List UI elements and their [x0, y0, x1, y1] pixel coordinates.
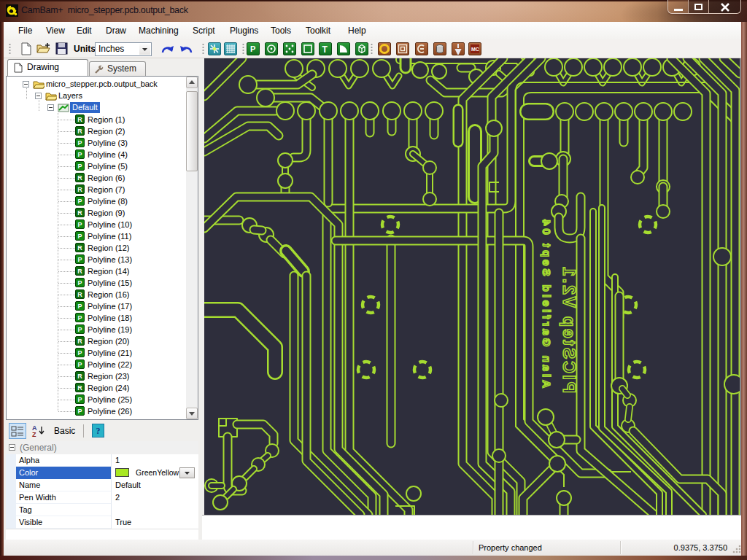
svg-text:PICStep V2.1: PICStep V2.1: [560, 265, 578, 394]
svg-text:Z: Z: [32, 431, 36, 438]
svg-text:MC: MC: [471, 47, 479, 52]
svg-text:Alan Garfield Sept 04: Alan Garfield Sept 04: [541, 217, 553, 388]
svg-text:T: T: [322, 44, 328, 55]
svg-text:P: P: [250, 44, 255, 53]
